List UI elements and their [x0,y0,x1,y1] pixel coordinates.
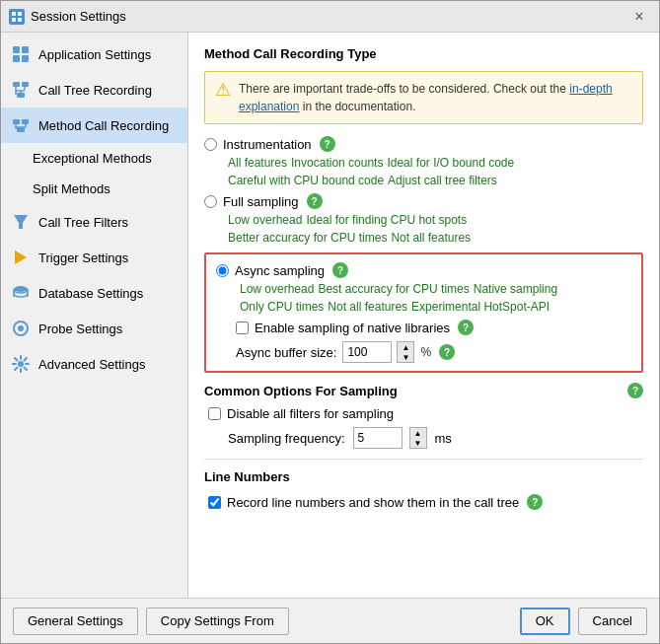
svg-point-28 [18,325,24,331]
native-libraries-checkbox[interactable] [236,322,249,334]
disable-filters-checkbox[interactable] [208,407,221,420]
buffer-size-help-icon[interactable]: ? [439,344,455,360]
footer: General Settings Copy Settings From OK C… [1,598,659,643]
record-line-numbers-row: Record line numbers and show them in the… [208,494,643,510]
tag-not-all-features: Not all features [391,231,471,245]
advanced-settings-icon [11,354,31,374]
svg-rect-3 [18,18,22,22]
instrumentation-option[interactable]: Instrumentation ? [204,136,643,152]
sidebar-item-advanced-settings[interactable]: Advanced Settings [1,346,187,382]
footer-right: OK Cancel [520,608,647,635]
native-libraries-label[interactable]: Enable sampling of native libraries [255,321,450,335]
sidebar-item-trigger-settings[interactable]: Trigger Settings [1,240,187,275]
tag-careful-cpu: Careful with CPU bound code [228,174,384,187]
main-content: Application Settings Call Tree Recordin [1,33,659,598]
full-sampling-radio[interactable] [204,195,217,208]
tag-invocation-counts: Invocation counts [291,156,383,170]
sidebar-label: Call Tree Filters [38,215,128,230]
async-sampling-label[interactable]: Async sampling [235,263,325,278]
sidebar-item-exceptional-methods[interactable]: Exceptional Methods [1,143,187,174]
sidebar-item-application-settings[interactable]: Application Settings [1,36,187,72]
sampling-freq-unit: ms [435,431,452,446]
tag-adjust-tree: Adjust call tree filters [388,174,497,187]
buffer-size-input[interactable] [342,341,392,363]
instrumentation-help-icon[interactable]: ? [320,136,335,152]
buffer-size-label: Async buffer size: [236,345,336,360]
footer-left: General Settings Copy Settings From [13,608,289,635]
async-sampling-help-icon[interactable]: ? [332,262,348,278]
sidebar-item-method-call-recording[interactable]: Method Call Recording [1,107,187,143]
record-line-numbers-checkbox[interactable] [208,496,221,509]
instrumentation-tags: All features Invocation counts Ideal for… [228,156,643,170]
instrumentation-radio[interactable] [204,138,217,151]
sampling-freq-down[interactable]: ▼ [410,438,426,448]
disable-filters-row: Disable all filters for sampling [208,406,643,421]
buffer-size-up[interactable]: ▲ [398,342,413,352]
disable-filters-label[interactable]: Disable all filters for sampling [227,406,394,421]
close-button[interactable]: × [627,5,651,29]
svg-point-29 [18,361,24,367]
cancel-button[interactable]: Cancel [578,608,647,635]
instrumentation-label[interactable]: Instrumentation [223,137,312,152]
ok-button[interactable]: OK [520,608,570,635]
sidebar-label: Application Settings [38,47,151,62]
svg-rect-1 [18,12,22,16]
content-panel: Method Call Recording Type ⚠ There are i… [188,33,659,598]
native-libraries-row: Enable sampling of native libraries ? [236,320,631,335]
common-options-help-icon[interactable]: ? [627,383,643,398]
full-sampling-help-icon[interactable]: ? [307,193,323,209]
general-settings-button[interactable]: General Settings [13,608,138,635]
section-title: Method Call Recording Type [204,46,643,61]
svg-rect-6 [13,55,20,62]
sidebar-item-call-tree-recording[interactable]: Call Tree Recording [1,72,187,107]
async-sampling-radio[interactable] [216,264,229,277]
sampling-freq-label: Sampling frequency: [228,431,345,446]
sidebar-item-database-settings[interactable]: Database Settings [1,275,187,311]
sidebar-item-call-tree-filters[interactable]: Call Tree Filters [1,204,187,240]
tag-low-overhead: Low overhead [228,213,302,227]
svg-rect-16 [22,119,29,124]
sidebar-item-split-methods[interactable]: Split Methods [1,174,187,204]
svg-rect-2 [12,18,16,22]
sidebar-item-probe-settings[interactable]: Probe Settings [1,311,187,346]
line-numbers-title: Line Numbers [204,469,643,484]
buffer-size-row: Async buffer size: ▲ ▼ % ? [236,341,631,363]
tag-as-only-cpu: Only CPU times [240,300,324,314]
record-line-numbers-label[interactable]: Record line numbers and show them in the… [227,495,519,510]
buffer-size-spinners: ▲ ▼ [397,341,414,363]
trigger-settings-icon [11,248,31,267]
async-sampling-option[interactable]: Async sampling ? [216,262,631,278]
title-bar: Session Settings × [1,1,659,33]
async-sampling-tags: Low overhead Best accuracy for CPU times… [240,282,631,296]
full-sampling-option[interactable]: Full sampling ? [204,193,643,209]
common-options-title: Common Options For Sampling [204,384,398,398]
tag-ideal-cpu-hotspots: Ideal for finding CPU hot spots [306,213,467,227]
sidebar-label: Probe Settings [38,322,122,336]
buffer-size-down[interactable]: ▼ [398,352,413,362]
window-icon [9,9,25,25]
sampling-freq-row: Sampling frequency: ▲ ▼ ms [228,427,643,449]
sidebar-label: Split Methods [33,181,110,196]
warning-text-before: There are important trade-offs to be con… [239,82,569,96]
copy-settings-button[interactable]: Copy Settings From [146,608,289,635]
tag-better-accuracy: Better accuracy for CPU times [228,231,387,245]
tag-as-hotspot: Experimental HotSpot-API [411,300,550,314]
full-sampling-label[interactable]: Full sampling [223,194,299,209]
full-sampling-tags: Low overhead Ideal for finding CPU hot s… [228,213,643,227]
session-settings-window: Session Settings × Application Settings [0,0,660,644]
probe-settings-icon [11,319,31,338]
sampling-freq-up[interactable]: ▲ [410,428,426,438]
database-settings-icon [11,283,31,303]
svg-point-24 [14,286,28,292]
svg-rect-8 [13,82,20,87]
svg-rect-7 [22,55,29,62]
window-title: Session Settings [31,9,126,24]
svg-rect-0 [12,12,16,16]
warning-text-after: in the documentation. [299,100,415,113]
common-options-header: Common Options For Sampling ? [204,383,643,398]
native-libraries-help-icon[interactable]: ? [458,320,474,335]
line-numbers-help-icon[interactable]: ? [527,494,543,510]
svg-marker-23 [15,250,27,264]
sampling-freq-input[interactable] [353,427,403,449]
tag-all-features: All features [228,156,287,170]
